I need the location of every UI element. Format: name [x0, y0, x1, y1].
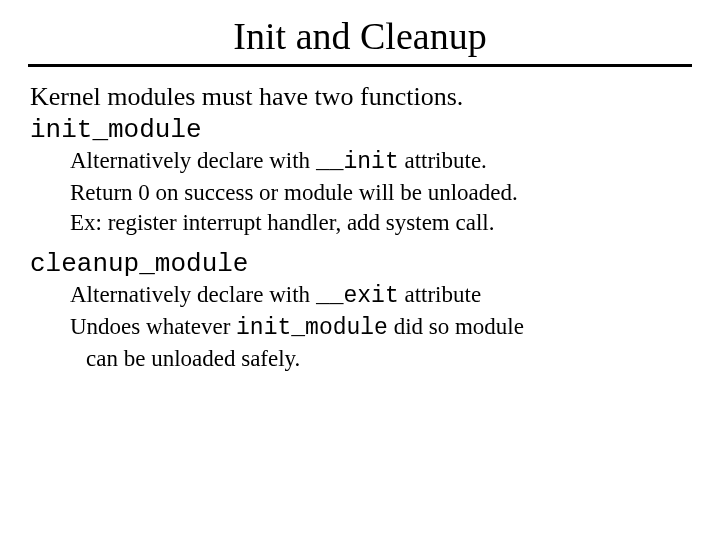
cleanup-undo-post: did so module	[388, 314, 524, 339]
init-alt-line: Alternatively declare with __init attrib…	[70, 146, 690, 178]
init-return-line: Return 0 on success or module will be un…	[70, 178, 690, 208]
init-example-line: Ex: register interrupt handler, add syst…	[70, 208, 690, 238]
cleanup-alt-line: Alternatively declare with __exit attrib…	[70, 280, 690, 312]
init-module-heading: init_module	[30, 114, 690, 147]
cleanup-undo-cont: can be unloaded safely.	[86, 344, 690, 374]
cleanup-undo-line: Undoes whatever init_module did so modul…	[70, 312, 690, 344]
cleanup-alt-code: __exit	[316, 283, 399, 309]
cleanup-alt-post: attribute	[399, 282, 481, 307]
init-alt-pre: Alternatively declare with	[70, 148, 316, 173]
cleanup-undo-code: init_module	[236, 315, 388, 341]
slide-title: Init and Cleanup	[0, 14, 720, 58]
title-rule	[28, 64, 692, 67]
slide: Init and Cleanup Kernel modules must hav…	[0, 14, 720, 540]
init-alt-code: __init	[316, 149, 399, 175]
init-alt-post: attribute.	[399, 148, 487, 173]
cleanup-alt-pre: Alternatively declare with	[70, 282, 316, 307]
slide-body: Kernel modules must have two functions. …	[30, 81, 690, 374]
cleanup-module-heading: cleanup_module	[30, 248, 690, 281]
cleanup-details: Alternatively declare with __exit attrib…	[70, 280, 690, 374]
cleanup-undo-pre: Undoes whatever	[70, 314, 236, 339]
init-details: Alternatively declare with __init attrib…	[70, 146, 690, 238]
intro-line: Kernel modules must have two functions.	[30, 81, 690, 114]
